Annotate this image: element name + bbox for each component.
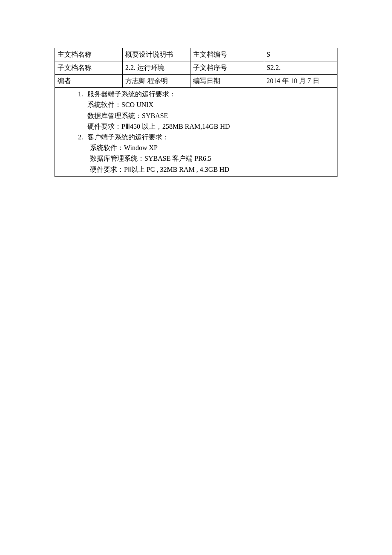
author-value: 方志卿 程余明 <box>123 75 190 88</box>
sub-doc-seq-value: S2.2. <box>264 61 337 75</box>
write-date-label: 编写日期 <box>190 75 264 88</box>
content-cell: 1.服务器端子系统的运行要求： 系统软件：SCO UNIX 数据库管理系统：SY… <box>55 88 337 177</box>
content-row: 1.服务器端子系统的运行要求： 系统软件：SCO UNIX 数据库管理系统：SY… <box>55 88 337 177</box>
list-marker-2: 2. <box>72 132 83 142</box>
list-detail-2-1: 系统软件：Window XP <box>72 142 334 153</box>
document-table: 主文档名称 概要设计说明书 主文档编号 S 子文档名称 2.2. 运行环境 子文… <box>55 48 337 177</box>
list-detail-1-1: 系统软件：SCO UNIX <box>72 99 334 110</box>
sub-doc-seq-label: 子文档序号 <box>190 61 264 75</box>
sub-doc-name-value: 2.2. 运行环境 <box>123 61 190 75</box>
main-doc-number-value: S <box>264 48 337 61</box>
write-date-value: 2014 年 10 月 7 日 <box>264 75 337 88</box>
list-item-2: 2.客户端子系统的运行要求： <box>72 132 334 142</box>
list-detail-2-3: 硬件要求：PⅡ以上 PC , 32MB RAM , 4.3GB HD <box>72 164 334 175</box>
sub-doc-name-label: 子文档名称 <box>55 61 123 75</box>
author-label: 编者 <box>55 75 123 88</box>
header-row-1: 主文档名称 概要设计说明书 主文档编号 S <box>55 48 337 61</box>
list-detail-2-2: 数据库管理系统：SYBASE 客户端 PR6.5 <box>72 153 334 164</box>
main-doc-number-label: 主文档编号 <box>190 48 264 61</box>
list-detail-1-2: 数据库管理系统：SYBASE <box>72 110 334 121</box>
list-detail-1-3: 硬件要求：PⅢ450 以上，258MB RAM,14GB HD <box>72 121 334 132</box>
header-row-2: 子文档名称 2.2. 运行环境 子文档序号 S2.2. <box>55 61 337 75</box>
list-title-2: 客户端子系统的运行要求： <box>87 133 169 141</box>
list-item-1: 1.服务器端子系统的运行要求： <box>72 89 334 99</box>
header-row-3: 编者 方志卿 程余明 编写日期 2014 年 10 月 7 日 <box>55 75 337 88</box>
main-doc-name-value: 概要设计说明书 <box>123 48 190 61</box>
list-title-1: 服务器端子系统的运行要求： <box>87 90 176 98</box>
list-marker-1: 1. <box>72 89 83 99</box>
content-list: 1.服务器端子系统的运行要求： 系统软件：SCO UNIX 数据库管理系统：SY… <box>58 89 334 175</box>
main-doc-name-label: 主文档名称 <box>55 48 123 61</box>
